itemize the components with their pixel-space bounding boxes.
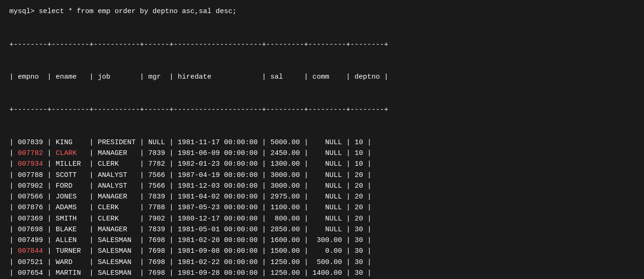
separator-top: +--------+---------+-----------+------+-… (9, 39, 635, 50)
table-row: | 007782 | CLARK | MANAGER | 7839 | 1981… (9, 148, 635, 159)
table-row: | 007839 | KING | PRESIDENT | NULL | 198… (9, 137, 635, 148)
cell-ename: SMITH (56, 215, 85, 223)
cell-empno: 007499 (18, 236, 43, 244)
cell-empno: 007934 (18, 160, 43, 168)
cell-empno: 007876 (18, 204, 43, 212)
table-row: | 007934 | MILLER | CLERK | 7782 | 1982-… (9, 159, 635, 169)
table-row: | 007369 | SMITH | CLERK | 7902 | 1980-1… (9, 213, 635, 224)
cell-empno: 007698 (18, 226, 43, 234)
table-row: | 007844 | TURNER | SALESMAN | 7698 | 19… (9, 246, 635, 257)
cell-ename: KING (56, 139, 85, 147)
separator-header: +--------+---------+-----------+------+-… (9, 104, 635, 115)
table-header: | empno | ename | job | mgr | hiredate |… (9, 72, 635, 82)
cell-ename: BLAKE (56, 226, 85, 234)
table-row: | 007698 | BLAKE | MANAGER | 7839 | 1981… (9, 224, 635, 235)
cell-empno: 007566 (18, 193, 43, 201)
cell-ename: ALLEN (56, 236, 85, 244)
table-row: | 007499 | ALLEN | SALESMAN | 7698 | 198… (9, 235, 635, 246)
cell-ename: ADAMS (56, 204, 85, 212)
table-container: +--------+---------+-----------+------+-… (9, 17, 635, 279)
table-body: | 007839 | KING | PRESIDENT | NULL | 198… (9, 137, 635, 279)
cell-empno: 007369 (18, 215, 43, 223)
cell-ename: FORD (56, 182, 85, 190)
cell-ename: SCOTT (56, 171, 85, 179)
cell-ename: MILLER (56, 160, 85, 168)
cell-empno: 007782 (18, 149, 43, 157)
table-row: | 007566 | JONES | MANAGER | 7839 | 1981… (9, 191, 635, 202)
cell-empno: 007839 (18, 139, 43, 147)
cell-ename: CLARK (56, 149, 85, 157)
cell-ename: JONES (56, 193, 85, 201)
cell-empno: 007654 (18, 269, 43, 277)
table-row: | 007876 | ADAMS | CLERK | 7788 | 1987-0… (9, 202, 635, 213)
table-row: | 007521 | WARD | SALESMAN | 7698 | 1981… (9, 257, 635, 268)
cell-ename: WARD (56, 258, 85, 266)
table-row: | 007654 | MARTIN | SALESMAN | 7698 | 19… (9, 268, 635, 279)
cell-empno: 007844 (18, 247, 43, 255)
cell-ename: MARTIN (56, 269, 85, 277)
query-line: mysql> select * from emp order by deptno… (9, 7, 635, 15)
cell-empno: 007521 (18, 258, 43, 266)
cell-ename: TURNER (56, 247, 85, 255)
cell-empno: 007788 (18, 171, 43, 179)
table-row: | 007902 | FORD | ANALYST | 7566 | 1981-… (9, 181, 635, 191)
cell-empno: 007902 (18, 182, 43, 190)
table-row: | 007788 | SCOTT | ANALYST | 7566 | 1987… (9, 170, 635, 181)
